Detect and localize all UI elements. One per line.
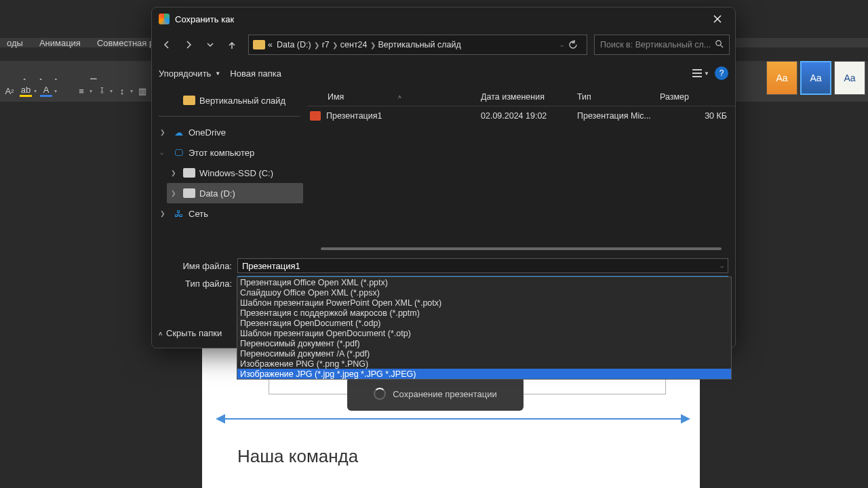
- breadcrumb-1[interactable]: Data (D:): [277, 40, 311, 49]
- new-folder-button[interactable]: Новая папка: [230, 68, 281, 79]
- spinner-icon: [374, 388, 386, 400]
- slide-arrow: [216, 417, 690, 421]
- style-theme-2[interactable]: Aa: [800, 61, 831, 95]
- ribbon-tab-animation[interactable]: Анимация: [39, 38, 81, 48]
- horizontal-scrollbar[interactable]: [321, 247, 722, 250]
- tree-onedrive[interactable]: ❯ ☁ OneDrive: [156, 122, 303, 142]
- close-icon: [713, 15, 722, 23]
- toast-text: Сохранение презентации: [393, 389, 497, 399]
- organize-button[interactable]: Упорядочить ▼: [159, 68, 220, 79]
- col-size[interactable]: Размер: [660, 92, 735, 102]
- file-list-header: Имяʌ Дата изменения Тип Размер: [307, 87, 735, 106]
- chevron-icon[interactable]: ❯: [370, 41, 376, 49]
- col-date[interactable]: Дата изменения: [481, 92, 577, 102]
- network-icon: 🖧: [172, 209, 184, 218]
- chevron-down-icon[interactable]: ⌵: [720, 262, 724, 269]
- breadcrumb-2[interactable]: r7: [322, 40, 330, 49]
- subscript-icon[interactable]: A2: [3, 84, 16, 98]
- filetype-label: Тип файла:: [159, 279, 237, 289]
- columns-icon[interactable]: ▥: [136, 84, 149, 98]
- chevron-down-icon: ▼: [215, 70, 220, 77]
- up-button[interactable]: [222, 35, 241, 54]
- dropdown-option[interactable]: Презентация с поддержкой макросов (*.ppt…: [237, 308, 731, 318]
- ribbon-tab-transitions[interactable]: оды: [7, 38, 23, 48]
- folder-tree: Вертикальный слайд ❯ ☁ OneDrive ⌵ 🖵 Этот…: [152, 87, 307, 253]
- style-theme-3[interactable]: Aa: [834, 61, 865, 95]
- breadcrumb-3[interactable]: сент24: [340, 40, 368, 49]
- dropdown-option[interactable]: Шаблон презентации OpenDocument (*.otp): [237, 328, 731, 338]
- breadcrumb-prefix: «: [268, 40, 273, 49]
- folder-icon: [253, 40, 265, 49]
- chevron-icon[interactable]: ❯: [314, 41, 319, 49]
- chevron-down-icon: ▼: [704, 70, 709, 77]
- slide-team-title[interactable]: Наша команда: [237, 446, 358, 467]
- address-bar[interactable]: « Data (D:) ❯ r7 ❯ сент24 ❯ Вертикальный…: [248, 35, 587, 55]
- expand-icon[interactable]: ❯: [160, 210, 168, 217]
- filetype-dropdown: Презентация Office Open XML (*.pptx) Сла…: [237, 277, 732, 380]
- chevron-up-icon: ʌ: [159, 330, 162, 337]
- back-button[interactable]: [157, 35, 176, 54]
- tree-this-pc[interactable]: ⌵ 🖵 Этот компьютер: [156, 142, 303, 163]
- dropdown-option[interactable]: Шаблон презентации PowerPoint Open XML (…: [237, 298, 731, 308]
- breadcrumb-4[interactable]: Вертикальный слайд: [378, 40, 461, 49]
- col-type[interactable]: Тип: [577, 92, 660, 102]
- line-spacing-icon[interactable]: ↕: [115, 84, 129, 98]
- align-v-icon[interactable]: ⫱: [95, 84, 108, 98]
- collapse-icon[interactable]: ⌵: [160, 149, 168, 156]
- save-toast: Сохранение презентации: [347, 377, 524, 411]
- dropdown-option[interactable]: Переносимый документ (*.pdf): [237, 338, 731, 348]
- disk-icon: [183, 188, 195, 198]
- file-date: 02.09.2024 19:02: [481, 111, 577, 121]
- dropdown-option-selected[interactable]: Изображение JPG (*.jpg *.jpeg *.JPG *.JP…: [237, 369, 731, 379]
- align-h-icon[interactable]: ≡: [75, 84, 88, 98]
- dropdown-option[interactable]: Презентация OpenDocument (*.odp): [237, 318, 731, 328]
- cloud-icon: ☁: [172, 127, 184, 137]
- search-input[interactable]: Поиск в: Вертикальный сл...: [594, 35, 730, 55]
- dialog-title: Сохранить как: [175, 14, 234, 24]
- view-mode-button[interactable]: ▼: [692, 64, 709, 82]
- recent-button[interactable]: [201, 35, 220, 54]
- pptx-file-icon: [310, 111, 321, 121]
- tree-drive-c[interactable]: ❯ Windows-SSD (C:): [167, 163, 303, 183]
- font-color-icon[interactable]: A: [39, 84, 53, 98]
- svg-rect-3: [692, 76, 702, 77]
- filename-label: Имя файла:: [159, 261, 237, 271]
- forward-button[interactable]: [179, 35, 198, 54]
- search-placeholder: Поиск в: Вертикальный сл...: [600, 40, 711, 49]
- expand-icon[interactable]: ❯: [171, 190, 179, 197]
- tree-current-folder[interactable]: Вертикальный слайд: [167, 90, 303, 110]
- app-icon: [159, 14, 170, 24]
- chevron-icon[interactable]: ❯: [332, 41, 338, 49]
- highlight-icon[interactable]: ab: [19, 84, 33, 98]
- hide-folders-button[interactable]: ʌ Скрыть папки: [159, 328, 222, 338]
- pc-icon: 🖵: [172, 148, 184, 157]
- expand-icon[interactable]: ❯: [160, 129, 168, 136]
- dropdown-option[interactable]: Презентация Office Open XML (*.pptx): [237, 277, 731, 287]
- style-theme-1[interactable]: Aa: [766, 61, 797, 95]
- disk-icon: [183, 168, 195, 178]
- dropdown-option[interactable]: Изображение PNG (*.png *.PNG): [237, 359, 731, 369]
- file-name: Презентация1: [326, 111, 481, 121]
- search-icon[interactable]: [715, 39, 724, 50]
- col-name[interactable]: Имя: [328, 92, 344, 102]
- dropdown-option[interactable]: Слайдшоу Office Open XML (*.ppsx): [237, 287, 731, 298]
- file-row[interactable]: Презентация1 02.09.2024 19:02 Презентаци…: [307, 106, 735, 125]
- close-button[interactable]: [707, 9, 728, 28]
- svg-rect-1: [692, 69, 702, 70]
- dropdown-option[interactable]: Переносимый документ /A (*.pdf): [237, 348, 731, 359]
- sort-asc-icon[interactable]: ʌ: [398, 94, 401, 100]
- expand-icon[interactable]: ❯: [171, 169, 179, 176]
- file-type: Презентация Mic...: [577, 111, 660, 121]
- filename-input[interactable]: Презентация1 ⌵: [237, 258, 728, 273]
- file-size: 30 КБ: [660, 111, 735, 121]
- tree-drive-d[interactable]: ❯ Data (D:): [167, 183, 303, 203]
- svg-rect-2: [692, 73, 702, 74]
- folder-icon: [183, 96, 195, 105]
- tree-network[interactable]: ❯ 🖧 Сеть: [156, 203, 303, 224]
- help-button[interactable]: ?: [715, 66, 728, 80]
- svg-point-0: [716, 41, 721, 45]
- refresh-button[interactable]: [564, 40, 583, 49]
